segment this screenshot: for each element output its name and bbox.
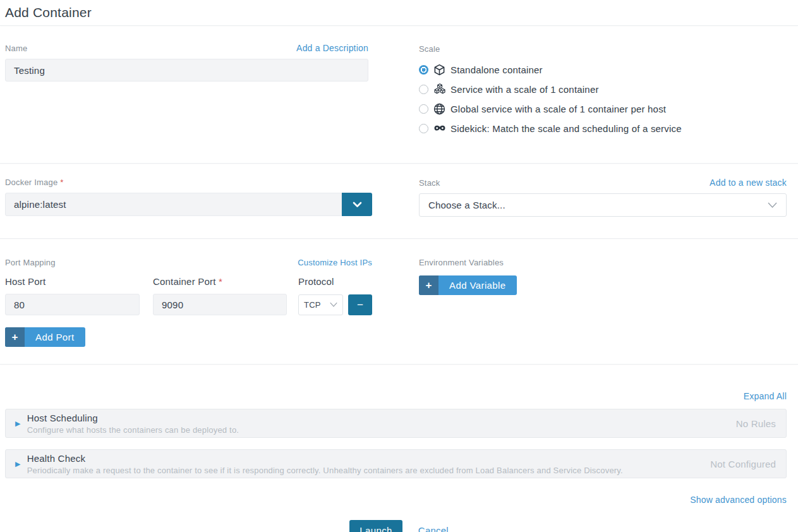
port-mapping-section: Port Mapping Customize Host IPs Host Por… xyxy=(5,258,372,364)
docker-image-input[interactable] xyxy=(5,193,342,216)
port-column-headers: Host Port Container Port * Protocol xyxy=(5,276,372,287)
panel-title: Health Check xyxy=(27,453,711,464)
page-title: Add Container xyxy=(0,0,798,25)
globe-icon xyxy=(433,102,446,116)
add-variable-label: Add Variable xyxy=(438,275,517,295)
environment-variables-section: Environment Variables + Add Variable xyxy=(419,258,782,364)
required-asterisk: * xyxy=(219,276,222,287)
minus-icon: − xyxy=(357,299,363,310)
collapsed-triangle-icon[interactable]: ▶ xyxy=(6,461,27,468)
host-port-input[interactable] xyxy=(5,294,140,315)
scale-section: Scale Standalone container xyxy=(419,43,787,163)
collapsed-triangle-icon[interactable]: ▶ xyxy=(6,420,27,427)
host-port-label: Host Port xyxy=(5,276,153,287)
host-scheduling-panel[interactable]: ▶ Host Scheduling Configure what hosts t… xyxy=(5,409,787,438)
customize-host-ips-link[interactable]: Customize Host IPs xyxy=(298,258,372,267)
scale-option-label: Standalone container xyxy=(450,64,543,75)
docker-image-dropdown-button[interactable] xyxy=(342,193,372,216)
protocol-select-value: TCP xyxy=(304,300,321,310)
name-section: Name Add a Description xyxy=(5,43,368,163)
add-variable-button[interactable]: + Add Variable xyxy=(419,275,517,295)
scale-label: Scale xyxy=(419,44,440,54)
add-port-label: Add Port xyxy=(25,327,85,347)
protocol-label: Protocol xyxy=(298,276,334,287)
scale-option-global[interactable]: Global service with a scale of 1 contain… xyxy=(419,102,787,116)
add-new-stack-link[interactable]: Add to a new stack xyxy=(710,178,787,188)
expand-all-link[interactable]: Expand All xyxy=(744,391,787,401)
health-check-panel[interactable]: ▶ Health Check Periodically make a reque… xyxy=(5,449,787,478)
panel-title: Host Scheduling xyxy=(27,413,736,423)
plus-icon: + xyxy=(419,275,438,295)
advanced-panels: Expand All ▶ Host Scheduling Configure w… xyxy=(0,365,798,505)
name-input[interactable] xyxy=(5,59,368,82)
panel-description: Configure what hosts the containers can … xyxy=(27,425,736,435)
stack-select-value: Choose a Stack... xyxy=(428,200,505,210)
scale-radio-group: Standalone container Service with a scal… xyxy=(419,63,787,135)
launch-button[interactable]: Launch xyxy=(349,520,402,532)
scale-option-standalone[interactable]: Standalone container xyxy=(419,63,787,76)
image-stack-row: Docker Image * Stack Add to a new stack … xyxy=(0,164,798,238)
remove-port-button[interactable]: − xyxy=(348,294,372,315)
scale-option-sidekick[interactable]: Sidekick: Match the scale and scheduling… xyxy=(419,121,787,135)
stack-section: Stack Add to a new stack Choose a Stack.… xyxy=(419,178,787,238)
scale-option-label: Sidekick: Match the scale and scheduling… xyxy=(450,123,682,134)
port-mapping-row: TCP − xyxy=(5,294,372,315)
plus-icon: + xyxy=(5,327,25,347)
name-scale-row: Name Add a Description Scale Standalone … xyxy=(0,26,798,163)
radio-service[interactable] xyxy=(419,85,428,94)
port-mapping-label: Port Mapping xyxy=(5,258,56,267)
panel-description: Periodically make a request to the conta… xyxy=(27,466,711,475)
scale-option-label: Service with a scale of 1 container xyxy=(450,84,599,95)
protocol-select[interactable]: TCP xyxy=(298,294,343,315)
add-description-link[interactable]: Add a Description xyxy=(296,43,368,53)
chevron-down-icon xyxy=(330,302,337,307)
panel-status: Not Configured xyxy=(710,459,786,469)
docker-image-label: Docker Image * xyxy=(5,178,63,187)
cube-icon xyxy=(433,63,446,76)
panel-status: No Rules xyxy=(736,418,786,429)
radio-standalone[interactable] xyxy=(419,65,428,75)
required-asterisk: * xyxy=(60,178,63,187)
radio-sidekick[interactable] xyxy=(419,124,428,133)
add-port-button[interactable]: + Add Port xyxy=(5,327,85,347)
chevron-down-icon xyxy=(768,202,777,208)
cancel-link[interactable]: Cancel xyxy=(418,525,449,532)
mask-icon xyxy=(433,122,446,135)
stack-label: Stack xyxy=(419,178,440,188)
cubes-icon xyxy=(433,83,446,96)
show-advanced-options-link[interactable]: Show advanced options xyxy=(690,495,787,505)
form-actions: Launch Cancel xyxy=(0,520,798,532)
ports-env-row: Port Mapping Customize Host IPs Host Por… xyxy=(0,239,798,364)
stack-select[interactable]: Choose a Stack... xyxy=(419,193,787,217)
scale-option-service[interactable]: Service with a scale of 1 container xyxy=(419,82,787,96)
docker-image-section: Docker Image * xyxy=(5,178,368,238)
chevron-down-icon xyxy=(353,202,362,208)
container-port-label: Container Port * xyxy=(153,276,298,287)
docker-image-combo xyxy=(5,193,372,216)
scale-option-label: Global service with a scale of 1 contain… xyxy=(450,104,666,114)
name-label: Name xyxy=(5,44,27,53)
container-port-input[interactable] xyxy=(153,294,287,315)
radio-global[interactable] xyxy=(419,104,428,114)
add-container-page: Add Container Name Add a Description Sca… xyxy=(0,0,798,532)
environment-variables-label: Environment Variables xyxy=(419,258,504,267)
